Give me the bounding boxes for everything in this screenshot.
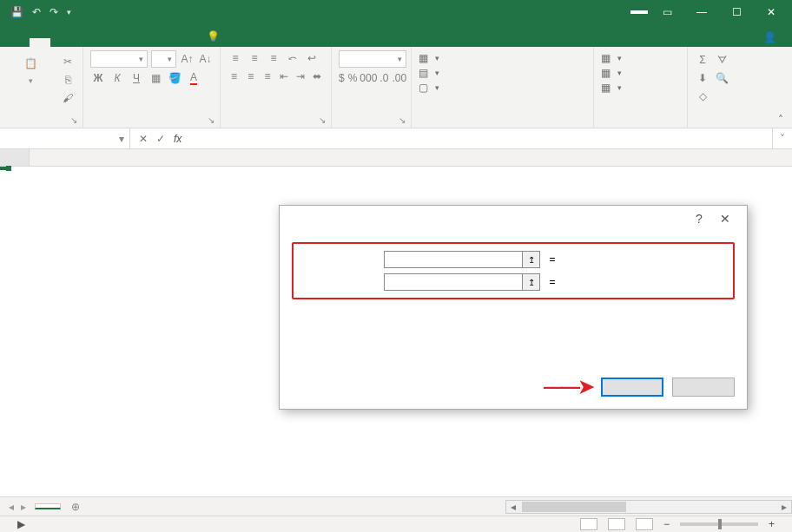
ok-button[interactable] <box>601 378 663 397</box>
function-arguments-dialog: ? ✕ ↥ = ↥ <box>279 205 748 410</box>
zoom-slider[interactable] <box>680 522 758 526</box>
font-launcher-icon[interactable]: ↘ <box>208 115 214 125</box>
share-button[interactable]: 👤 <box>753 28 792 47</box>
delete-cells-button[interactable]: ▦▾ <box>601 67 622 79</box>
qat-dropdown-icon[interactable]: ▾ <box>67 8 71 16</box>
number-launcher-icon[interactable]: ↘ <box>399 115 406 125</box>
tab-formulas[interactable] <box>92 38 113 47</box>
font-size-combo[interactable]: ▾ <box>151 50 176 68</box>
tab-tellme[interactable]: 💡 <box>196 26 230 47</box>
cancel-button[interactable] <box>672 378 735 397</box>
tab-view[interactable] <box>155 38 175 47</box>
clear-icon[interactable]: ◇ <box>695 89 710 104</box>
number-format-combo[interactable]: ▾ <box>339 50 406 68</box>
horizontal-scrollbar[interactable]: ◂▸ <box>505 500 792 514</box>
percent-icon[interactable]: % <box>348 70 358 86</box>
macro-record-icon[interactable]: ▶ <box>17 518 25 530</box>
align-center-icon[interactable]: ≡ <box>244 69 257 84</box>
fx-icon[interactable]: fx <box>174 133 188 145</box>
copy-icon[interactable]: ⎘ <box>60 72 76 88</box>
zoom-in-icon[interactable]: + <box>769 518 775 530</box>
tab-file[interactable] <box>5 38 30 47</box>
arg-1-input[interactable] <box>384 251 523 268</box>
dialog-close-icon[interactable]: ✕ <box>712 212 738 226</box>
expand-formula-bar-icon[interactable]: ˅ <box>772 128 792 148</box>
find-icon[interactable]: 🔍 <box>714 70 729 86</box>
sheet-nav-next-icon[interactable]: ▸ <box>21 501 26 513</box>
align-right-icon[interactable]: ≡ <box>261 69 274 84</box>
format-painter-icon[interactable]: 🖌 <box>60 90 76 106</box>
select-all-corner[interactable] <box>0 149 30 166</box>
currency-icon[interactable]: $ <box>339 70 345 86</box>
alignment-launcher-icon[interactable]: ↘ <box>319 115 326 125</box>
new-sheet-icon[interactable]: ⊕ <box>66 497 85 516</box>
merge-icon[interactable]: ⬌ <box>311 69 324 84</box>
dialog-help-icon[interactable]: ? <box>686 212 712 226</box>
indent-inc-icon[interactable]: ⇥ <box>294 69 307 84</box>
save-icon[interactable]: 💾 <box>10 6 23 18</box>
ribbon-options-icon[interactable]: ▭ <box>651 0 683 24</box>
italic-icon[interactable]: К <box>109 70 125 86</box>
collapse-ribbon-icon[interactable]: ˄ <box>778 114 783 126</box>
table-icon: ▤ <box>419 67 428 79</box>
format-cells-button[interactable]: ▦▾ <box>601 82 622 94</box>
undo-icon[interactable]: ↶ <box>32 6 41 18</box>
tab-home[interactable] <box>30 38 50 47</box>
paste-button[interactable]: 📋 ▾ <box>7 50 55 85</box>
autosum-icon[interactable]: Σ <box>695 52 710 68</box>
group-styles-label <box>419 124 586 126</box>
cut-icon[interactable]: ✂ <box>60 54 76 69</box>
font-color-icon[interactable]: A <box>186 70 201 86</box>
border-icon[interactable]: ▦ <box>148 70 163 86</box>
tab-review[interactable] <box>134 38 155 47</box>
inc-decimal-icon[interactable]: .0 <box>380 70 388 86</box>
comma-icon[interactable]: 000 <box>360 70 376 86</box>
minimize-icon[interactable]: ― <box>686 0 717 24</box>
delete-cells-icon: ▦ <box>601 67 610 79</box>
close-icon[interactable]: ✕ <box>756 0 787 24</box>
sheet-nav-prev-icon[interactable]: ◂ <box>9 501 14 513</box>
active-cell[interactable] <box>0 167 10 170</box>
view-normal-icon[interactable] <box>580 518 597 530</box>
tab-layout[interactable] <box>71 38 92 47</box>
wrap-text-icon[interactable]: ↩ <box>304 50 320 66</box>
align-bottom-icon[interactable]: ≡ <box>266 50 281 66</box>
tab-insert[interactable] <box>50 38 71 47</box>
view-page-break-icon[interactable] <box>636 518 653 530</box>
orientation-icon[interactable]: ⤺ <box>285 50 300 66</box>
clipboard-launcher-icon[interactable]: ↘ <box>70 115 77 125</box>
login-button[interactable] <box>630 10 648 14</box>
zoom-out-icon[interactable]: − <box>663 518 670 530</box>
grow-font-icon[interactable]: A↑ <box>180 51 195 67</box>
bold-icon[interactable]: Ж <box>90 70 106 86</box>
sheet-tab[interactable] <box>35 503 61 509</box>
arg-2-range-picker-icon[interactable]: ↥ <box>523 273 540 291</box>
name-box-dropdown-icon[interactable]: ▾ <box>114 133 129 145</box>
tab-help[interactable] <box>175 38 196 47</box>
dec-decimal-icon[interactable]: .00 <box>392 70 406 86</box>
tab-data[interactable] <box>113 38 134 47</box>
font-name-combo[interactable]: ▾ <box>90 50 148 68</box>
arg-1-range-picker-icon[interactable]: ↥ <box>523 251 540 268</box>
align-middle-icon[interactable]: ≡ <box>247 50 262 66</box>
align-left-icon[interactable]: ≡ <box>228 69 241 84</box>
sort-filter-icon[interactable]: ᗊ <box>714 52 729 68</box>
align-top-icon[interactable]: ≡ <box>228 50 243 66</box>
underline-icon[interactable]: Ч <box>129 70 144 86</box>
formula-bar-input[interactable] <box>188 133 772 145</box>
cell-styles-button[interactable]: ▢▾ <box>419 82 439 94</box>
cancel-formula-icon[interactable]: ✕ <box>139 133 148 145</box>
name-box-input[interactable] <box>0 133 114 145</box>
insert-cells-button[interactable]: ▦▾ <box>601 52 622 64</box>
shrink-font-icon[interactable]: A↓ <box>198 51 213 67</box>
redo-icon[interactable]: ↷ <box>50 6 58 18</box>
fill-color-icon[interactable]: 🪣 <box>167 70 182 86</box>
format-as-table-button[interactable]: ▤▾ <box>419 67 439 79</box>
maximize-icon[interactable]: ☐ <box>721 0 752 24</box>
indent-dec-icon[interactable]: ⇤ <box>278 69 291 84</box>
arg-2-input[interactable] <box>384 273 523 291</box>
fill-icon[interactable]: ⬇ <box>695 70 710 86</box>
enter-formula-icon[interactable]: ✓ <box>156 133 165 145</box>
view-page-layout-icon[interactable] <box>608 518 625 530</box>
conditional-formatting-button[interactable]: ▦▾ <box>419 52 439 64</box>
